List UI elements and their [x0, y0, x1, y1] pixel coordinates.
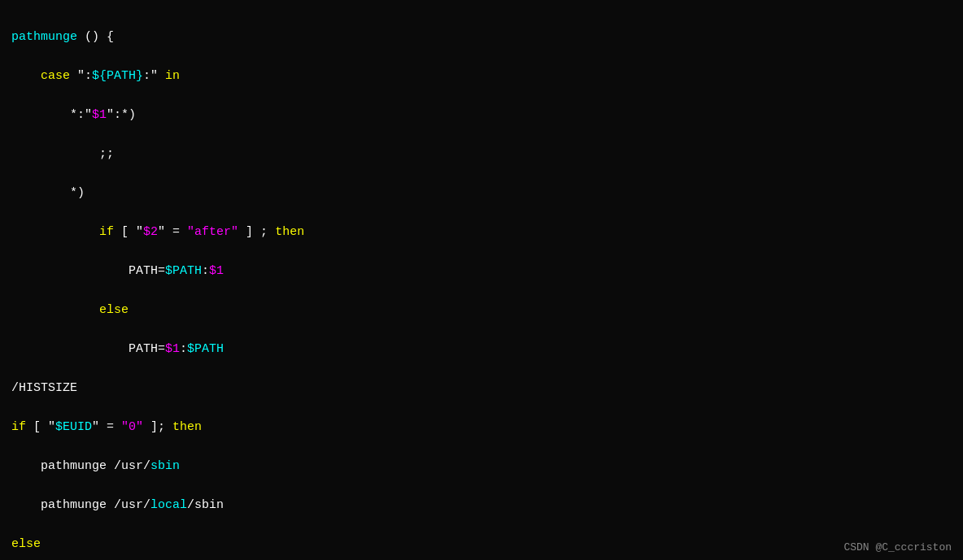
- line-1: pathmunge () {: [11, 28, 952, 47]
- line-3: *:"$1":*): [11, 106, 952, 125]
- code-editor: pathmunge () { case ":${PATH}:" in *:"$1…: [0, 0, 963, 560]
- footer-credit: CSDN @C_cccriston: [843, 541, 952, 553]
- footer-text: CSDN @C_cccriston: [843, 541, 952, 553]
- line-14: else: [11, 535, 952, 554]
- line-11: if [ "$EUID" = "0" ]; then: [11, 418, 952, 437]
- line-7: PATH=$PATH:$1: [11, 262, 952, 281]
- line-4: ;;: [11, 145, 952, 164]
- line-8: else: [11, 301, 952, 320]
- line-9: PATH=$1:$PATH: [11, 340, 952, 359]
- line-6: if [ "$2" = "after" ] ; then: [11, 223, 952, 242]
- line-12: pathmunge /usr/sbin: [11, 457, 952, 476]
- line-13: pathmunge /usr/local/sbin: [11, 496, 952, 515]
- line-2: case ":${PATH}:" in: [11, 67, 952, 86]
- line-5: *): [11, 184, 952, 203]
- line-10: /HISTSIZE: [11, 379, 952, 398]
